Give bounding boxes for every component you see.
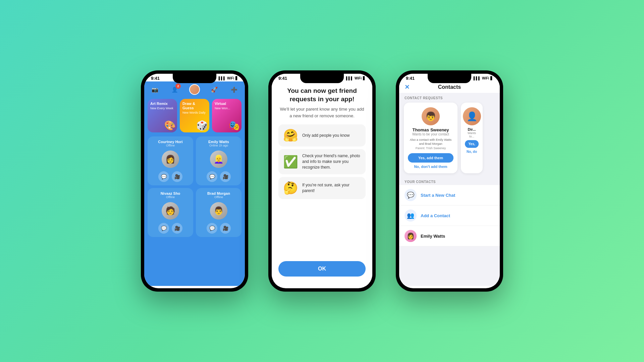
- contact-nivaaz-name: Nivaaz Sho: [161, 191, 180, 195]
- contact-nivaaz[interactable]: Nivaaz Sho Offline 🧑 💬 🎥: [148, 188, 193, 237]
- game-card-draw-guess[interactable]: Draw & GuessNew Words Daily 🎲: [180, 99, 209, 132]
- thomas-also: Also a contact with Emily Watts and Brad…: [408, 138, 453, 146]
- wifi-icon-3: WiFi: [482, 76, 489, 80]
- battery-icon-2: ▋: [363, 76, 366, 80]
- notch-2: [300, 74, 344, 83]
- thomas-no-button[interactable]: No, don't add them: [414, 165, 447, 169]
- contacts-header: ✕ Contacts: [399, 81, 500, 93]
- notch-3: [428, 74, 471, 83]
- time-1: 9:41: [151, 76, 160, 81]
- phone-2: 9:41 ▌▌▌ WiFi ▋ You can now get friend r…: [268, 70, 376, 292]
- tip-text-2: Check your friend's name, photo and info…: [302, 153, 361, 170]
- add-contact-text: Add a Contact: [421, 213, 450, 218]
- signal-icon-3: ▌▌▌: [474, 76, 481, 80]
- status-icons-3: ▌▌▌ WiFi ▋: [474, 76, 493, 80]
- game-card-virtual[interactable]: VirtualNew Won... 🎭: [212, 99, 241, 132]
- nivaaz-chat-btn[interactable]: 💬: [158, 223, 169, 234]
- virtual-title: VirtualNew Won...: [215, 102, 239, 110]
- thomas-wants: Wants to be your contact: [412, 132, 449, 136]
- add-friend-icon[interactable]: ➕: [229, 84, 239, 95]
- tip-card-2: ✅ Check your friend's name, photo and in…: [278, 149, 366, 174]
- partial-wants: Wants to...: [465, 131, 479, 138]
- signal-icon-2: ▌▌▌: [346, 76, 353, 80]
- close-contacts-button[interactable]: ✕: [405, 83, 410, 91]
- your-contacts-label: YOUR CONTACTS: [399, 177, 500, 185]
- phone1-topbar: 📷 👤 2 🚀 ➕: [144, 81, 245, 97]
- notch-1: [173, 74, 216, 83]
- contact-brad[interactable]: Brad Morgan Offline 👨 💬 🎥: [196, 188, 241, 237]
- contact-courtney[interactable]: Courtney Hori Offline 👩 💬 🎥: [148, 136, 193, 185]
- emily-chat-btn[interactable]: 💬: [207, 171, 217, 182]
- partial-name: Dir...: [468, 127, 476, 131]
- draw-guess-emoji: 🎲: [196, 120, 208, 131]
- battery-icon-1: ▋: [235, 76, 238, 80]
- thomas-avatar: 👦: [422, 107, 440, 125]
- profile-avatar[interactable]: [189, 84, 200, 95]
- contact-brad-avatar: 👨: [210, 202, 227, 220]
- phone2-content: You can now get friend requests in your …: [272, 81, 372, 286]
- contact-nivaaz-actions: 💬 🎥: [158, 223, 182, 234]
- start-new-chat-item[interactable]: 💬 Start a New Chat: [399, 185, 500, 205]
- rocket-icon[interactable]: 🚀: [209, 84, 220, 95]
- thomas-parent: Parent: Trish Sweeney: [416, 146, 446, 150]
- battery-icon-3: ▋: [490, 76, 493, 80]
- contact-courtney-name: Courtney Hori: [158, 140, 182, 144]
- partial-add-button[interactable]: Yes,: [465, 140, 479, 148]
- wifi-icon-2: WiFi: [355, 76, 362, 80]
- contact-requests-scroll: 👦 Thomas Sweeney Wants to be your contac…: [399, 101, 500, 177]
- tip-emoji-1: 🤗: [283, 128, 298, 142]
- contacts-grid: Courtney Hori Offline 👩 💬 🎥 Emily Watts …: [144, 134, 245, 239]
- contact-emily[interactable]: Emily Watts Online 1h ago 👱‍♀️ 💬 🎥: [196, 136, 241, 185]
- friends-icon[interactable]: 👤 2: [169, 84, 180, 95]
- friend-request-title: You can now get friend requests in your …: [278, 87, 366, 103]
- courtney-chat-btn[interactable]: 💬: [158, 171, 169, 182]
- tip-text-3: If you're not sure, ask your parent!: [302, 182, 361, 194]
- tip-card-3: 🤔 If you're not sure, ask your parent!: [278, 177, 366, 199]
- status-icons-1: ▌▌▌ WiFi ▋: [219, 76, 238, 80]
- wifi-icon-1: WiFi: [227, 76, 234, 80]
- emily-video-btn[interactable]: 🎥: [220, 171, 231, 182]
- contact-courtney-avatar: 👩: [162, 150, 179, 168]
- request-card-thomas: 👦 Thomas Sweeney Wants to be your contac…: [404, 103, 458, 173]
- games-row: Art RemixNew Every Week 🎨 Draw & GuessNe…: [144, 97, 245, 134]
- phone1-content: 📷 👤 2 🚀 ➕ Art RemixNew Every Week 🎨 Draw…: [144, 81, 245, 286]
- status-icons-2: ▌▌▌ WiFi ▋: [346, 76, 366, 80]
- contacts-title: Contacts: [438, 84, 461, 90]
- add-contact-icon: 👥: [405, 209, 417, 222]
- contact-courtney-status: Offline: [166, 144, 175, 147]
- courtney-video-btn[interactable]: 🎥: [172, 171, 182, 182]
- partial-avatar: 👤: [463, 107, 481, 125]
- emily-list-avatar: 👩: [405, 230, 417, 242]
- phone-1: 9:41 ▌▌▌ WiFi ▋ 📷 👤 2 🚀 ➕: [141, 70, 248, 292]
- art-remix-emoji: 🎨: [164, 120, 176, 131]
- tip-emoji-3: 🤔: [283, 181, 298, 195]
- contact-nivaaz-avatar: 🧑: [162, 202, 179, 220]
- draw-guess-title: Draw & GuessNew Words Daily: [182, 102, 207, 115]
- emily-list-name: Emily Watts: [421, 234, 445, 239]
- your-contacts-section: 💬 Start a New Chat 👥 Add a Contact 👩 Emi…: [399, 185, 500, 246]
- contact-emily-avatar: 👱‍♀️: [210, 150, 227, 168]
- emily-watts-item[interactable]: 👩 Emily Watts: [399, 226, 500, 246]
- add-contact-item[interactable]: 👥 Add a Contact: [399, 205, 500, 226]
- art-remix-title: Art RemixNew Every Week: [150, 102, 174, 110]
- chat-icon: 💬: [405, 189, 417, 201]
- game-card-art-remix[interactable]: Art RemixNew Every Week 🎨: [148, 99, 177, 132]
- tip-emoji-2: ✅: [283, 155, 298, 169]
- contact-emily-status: Online 1h ago: [209, 144, 228, 147]
- nivaaz-video-btn[interactable]: 🎥: [172, 223, 182, 234]
- contact-brad-name: Brad Morgan: [207, 191, 230, 195]
- friend-request-subtitle: We'll let your parent know any time you …: [278, 106, 366, 119]
- contact-courtney-actions: 💬 🎥: [158, 171, 182, 182]
- thomas-name: Thomas Sweeney: [412, 127, 449, 132]
- friends-badge: 2: [175, 83, 181, 89]
- camera-icon[interactable]: 📷: [150, 84, 160, 95]
- time-3: 9:41: [406, 76, 415, 81]
- thomas-add-button[interactable]: Yes, add them: [408, 153, 453, 163]
- start-new-chat-text: Start a New Chat: [421, 193, 455, 198]
- partial-no-button[interactable]: No, do: [467, 150, 477, 154]
- contact-brad-actions: 💬 🎥: [207, 223, 231, 234]
- contact-emily-name: Emily Watts: [208, 140, 229, 144]
- ok-button[interactable]: OK: [278, 261, 366, 277]
- brad-chat-btn[interactable]: 💬: [207, 223, 217, 234]
- brad-video-btn[interactable]: 🎥: [220, 223, 231, 234]
